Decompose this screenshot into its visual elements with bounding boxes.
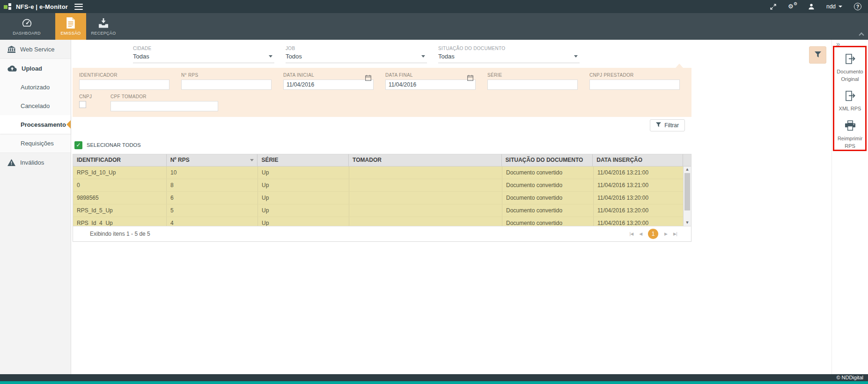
cell-n-rps: 5 <box>167 204 258 217</box>
cell-tomador <box>349 167 502 179</box>
menu-icon[interactable] <box>74 4 83 10</box>
actions-panel: Documento Original XML RPS <box>831 40 868 374</box>
collapse-panel-icon[interactable] <box>832 37 840 48</box>
caret-down-icon <box>269 55 272 58</box>
cpf-tomador-label: CPF TOMADOR <box>110 94 218 99</box>
app-title: NFS-e | e-Monitor <box>16 3 68 10</box>
cell-serie: Up <box>258 192 349 204</box>
export-document-icon <box>845 91 856 103</box>
tab-dashboard[interactable]: DASHBOARD <box>11 13 42 40</box>
table-row[interactable]: RPS_Id_5_Up 5 Up Documento convertido 11… <box>73 204 684 217</box>
select-all-checkbox[interactable] <box>74 141 82 149</box>
sidebar-item-invalidos[interactable]: Inválidos <box>0 153 71 172</box>
warning-icon <box>7 159 15 166</box>
serie-input[interactable] <box>487 80 578 90</box>
fullscreen-icon[interactable] <box>770 4 776 10</box>
table-row[interactable]: 0 8 Up Documento convertido 11/04/2016 1… <box>73 179 684 192</box>
cell-identificador: RPS_Id_4_Up <box>73 217 167 226</box>
cell-n-rps: 6 <box>167 192 258 204</box>
scrollbar-thumb[interactable] <box>684 173 690 210</box>
table-row[interactable]: RPS_Id_10_Up 10 Up Documento convertido … <box>73 167 684 179</box>
table-row[interactable]: 9898565 6 Up Documento convertido 11/04/… <box>73 192 684 204</box>
app-window: NFS-e | e-Monitor ndd <box>0 0 868 384</box>
cloud-upload-icon <box>7 65 17 72</box>
cell-n-rps: 8 <box>167 179 258 191</box>
filter-funnel-icon <box>656 122 661 129</box>
user-menu[interactable]: ndd <box>826 3 842 10</box>
sort-caret-icon <box>250 159 254 161</box>
sidebar-item-requisicoes[interactable]: Requisições <box>0 134 71 152</box>
cell-data-insercao: 11/04/2016 13:21:00 <box>594 167 684 179</box>
cell-data-insercao: 11/04/2016 13:20:00 <box>594 204 684 217</box>
situacao-documento-label: SITUAÇÃO DO DOCUMENTO <box>438 46 580 51</box>
tab-recepcao[interactable]: RECEPÇÃO <box>88 13 119 40</box>
cell-situacao: Documento convertido <box>502 217 594 226</box>
pagination-last-icon[interactable] <box>673 232 677 236</box>
results-table: IDENTIFICADOR Nº RPS SÉRIE TOMADOR SITUA… <box>73 154 691 242</box>
filter-actions-row: Filtrar <box>73 117 691 137</box>
table-row[interactable]: RPS_Id_4_Up 4 Up Documento convertido 11… <box>73 217 684 226</box>
cell-situacao: Documento convertido <box>502 179 594 191</box>
sidebar: Web Service Upload Autorizado Ca <box>0 40 71 374</box>
cell-serie: Up <box>258 204 349 217</box>
column-header-situacao[interactable]: SITUAÇÃO DO DOCUMENTO <box>502 154 593 166</box>
pagination-page-button[interactable]: 1 <box>648 229 658 239</box>
cell-tomador <box>349 217 502 226</box>
column-header-identificador[interactable]: IDENTIFICADOR <box>73 154 167 166</box>
scroll-down-icon[interactable] <box>684 220 691 226</box>
reimprimir-rps-button[interactable]: Reimprimir RPS <box>833 120 867 150</box>
pagination: 1 <box>629 229 677 239</box>
sidebar-item-web-service[interactable]: Web Service <box>0 40 71 58</box>
column-header-n-rps[interactable]: Nº RPS <box>167 154 258 166</box>
cell-data-insercao: 11/04/2016 13:21:00 <box>594 179 684 191</box>
filter-funnel-icon <box>815 51 821 59</box>
data-inicial-input[interactable] <box>283 80 374 90</box>
column-header-tomador[interactable]: TOMADOR <box>349 154 502 166</box>
cpf-tomador-input[interactable] <box>110 101 218 111</box>
data-final-input[interactable] <box>385 80 476 90</box>
job-label: JOB <box>286 46 427 51</box>
pagination-first-icon[interactable] <box>629 232 633 236</box>
pagination-next-icon[interactable] <box>664 232 667 236</box>
sidebar-item-cancelado[interactable]: Cancelado <box>0 96 71 115</box>
identificador-label: IDENTIFICADOR <box>79 72 169 78</box>
sidebar-item-processamento[interactable]: Processamento <box>0 115 71 134</box>
situacao-documento-select[interactable]: SITUAÇÃO DO DOCUMENTO Todas <box>438 46 580 63</box>
cell-serie: Up <box>258 217 349 226</box>
n-rps-input[interactable] <box>181 80 272 90</box>
sidebar-item-upload[interactable]: Upload <box>0 59 71 78</box>
pagination-prev-icon[interactable] <box>639 232 642 236</box>
copyright: © NDDigital <box>836 374 863 381</box>
filter-toggle-button[interactable] <box>809 46 826 64</box>
cell-tomador <box>349 192 502 204</box>
tab-emissao[interactable]: EMISSÃO <box>55 13 86 40</box>
xml-rps-button[interactable]: XML RPS <box>833 91 867 113</box>
collapse-toolbar-icon[interactable] <box>859 32 864 37</box>
cell-identificador: RPS_Id_5_Up <box>73 204 167 217</box>
cell-situacao: Documento convertido <box>502 204 594 217</box>
document-icon <box>66 17 75 29</box>
job-select[interactable]: JOB Todos <box>286 46 427 63</box>
cidade-value: Todas <box>133 53 269 60</box>
workspace: Web Service Upload Autorizado Ca <box>0 40 868 374</box>
table-body: RPS_Id_10_Up 10 Up Documento convertido … <box>73 167 691 226</box>
cnpj-label: CNPJ <box>79 94 99 99</box>
cidade-label: CIDADE <box>133 46 274 51</box>
cnpj-checkbox[interactable] <box>79 101 86 108</box>
scroll-up-icon[interactable] <box>684 167 691 173</box>
filtrar-button[interactable]: Filtrar <box>650 119 685 131</box>
data-inicial-label: DATA INICIAL <box>283 72 374 78</box>
documento-original-button[interactable]: Documento Original <box>833 54 867 83</box>
printer-icon <box>845 120 856 133</box>
column-header-data-insercao[interactable]: DATA INSERÇÃO <box>593 154 683 166</box>
cidade-select[interactable]: CIDADE Todas <box>133 46 274 63</box>
sidebar-item-autorizado[interactable]: Autorizado <box>0 78 71 96</box>
help-icon[interactable] <box>854 3 861 10</box>
column-header-serie[interactable]: SÉRIE <box>257 154 349 166</box>
cell-tomador <box>349 204 502 217</box>
table-scrollbar[interactable] <box>683 167 691 226</box>
settings-gears-icon[interactable] <box>788 3 796 10</box>
cnpj-prestador-input[interactable] <box>589 80 680 90</box>
user-icon[interactable] <box>808 3 815 10</box>
identificador-input[interactable] <box>79 80 169 90</box>
